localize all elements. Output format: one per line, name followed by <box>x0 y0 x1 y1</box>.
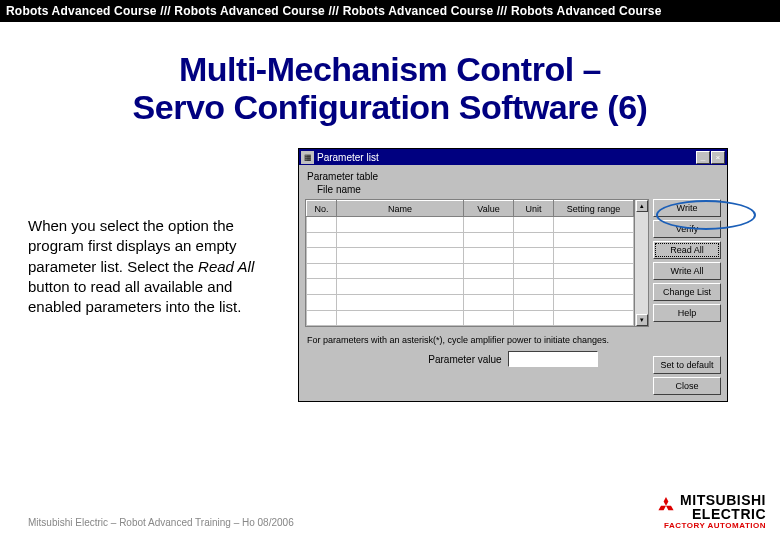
set-to-default-button[interactable]: Set to default <box>653 356 721 374</box>
grid-header-row: No. Name Value Unit Setting range <box>307 201 634 217</box>
lower-button-column: Set to default Close <box>653 356 721 395</box>
verify-button[interactable]: Verify <box>653 220 721 238</box>
col-name[interactable]: Name <box>337 201 464 217</box>
slide-title: Multi-Mechanism Control – Servo Configur… <box>0 50 780 126</box>
app-icon: ▦ <box>301 151 314 164</box>
change-list-button[interactable]: Change List <box>653 283 721 301</box>
side-button-column: Write Verify Read All Write All Change L… <box>653 199 721 327</box>
filename-label: File name <box>317 184 361 195</box>
write-all-button[interactable]: Write All <box>653 262 721 280</box>
close-button[interactable]: Close <box>653 377 721 395</box>
mitsubishi-diamonds-icon <box>656 497 676 518</box>
col-unit[interactable]: Unit <box>514 201 554 217</box>
logo-tagline: FACTORY AUTOMATION <box>656 522 766 530</box>
explain-read-all-italic: Read All <box>198 258 254 275</box>
table-row[interactable] <box>307 294 634 310</box>
help-button[interactable]: Help <box>653 304 721 322</box>
table-row[interactable] <box>307 217 634 233</box>
logo-brand-bottom: ELECTRIC <box>692 506 766 522</box>
explain-part-2: button to read all available and enabled… <box>28 278 241 315</box>
parameter-value-input[interactable] <box>508 351 598 367</box>
slide-footer: Mitsubishi Electric – Robot Advanced Tra… <box>28 517 294 528</box>
svg-marker-2 <box>658 505 666 509</box>
dialog-titlebar[interactable]: ▦ Parameter list _ × <box>299 149 727 165</box>
title-line-1: Multi-Mechanism Control – <box>0 50 780 88</box>
dialog-title: Parameter list <box>317 152 696 163</box>
explanation-text: When you select the option the program f… <box>28 148 288 317</box>
col-no[interactable]: No. <box>307 201 337 217</box>
table-row[interactable] <box>307 232 634 248</box>
dialog-container: ▦ Parameter list _ × Parameter table Fil… <box>298 148 728 402</box>
slide-header-bar: Robots Advanced Course /// Robots Advanc… <box>0 0 780 22</box>
table-row[interactable] <box>307 263 634 279</box>
parameter-grid[interactable]: No. Name Value Unit Setting range <box>306 200 634 326</box>
svg-marker-0 <box>663 497 668 506</box>
parameter-table-label: Parameter table <box>307 171 721 182</box>
close-window-button[interactable]: × <box>711 151 725 164</box>
vertical-scrollbar[interactable]: ▴ ▾ <box>634 200 648 326</box>
mitsubishi-logo: MITSUBISHI ELECTRIC FACTORY AUTOMATION <box>656 493 766 530</box>
scroll-up-icon[interactable]: ▴ <box>636 200 648 212</box>
read-all-button[interactable]: Read All <box>653 241 721 259</box>
parameter-value-label: Parameter value <box>428 354 501 365</box>
col-setting-range[interactable]: Setting range <box>554 201 634 217</box>
table-row[interactable] <box>307 279 634 295</box>
grid-body[interactable] <box>307 217 634 326</box>
svg-marker-1 <box>666 505 674 509</box>
parameter-grid-wrap: No. Name Value Unit Setting range <box>305 199 649 327</box>
minimize-button[interactable]: _ <box>696 151 710 164</box>
asterisk-note: For parameters with an asterisk(*), cycl… <box>307 335 721 345</box>
scroll-down-icon[interactable]: ▾ <box>636 314 648 326</box>
title-line-2: Servo Configuration Software (6) <box>0 88 780 126</box>
col-value[interactable]: Value <box>464 201 514 217</box>
parameter-list-dialog: ▦ Parameter list _ × Parameter table Fil… <box>298 148 728 402</box>
table-row[interactable] <box>307 310 634 326</box>
write-button[interactable]: Write <box>653 199 721 217</box>
table-row[interactable] <box>307 248 634 264</box>
